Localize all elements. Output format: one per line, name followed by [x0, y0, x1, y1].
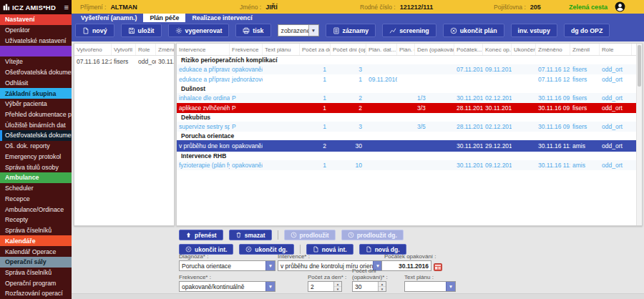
cell-konec-op: [483, 74, 512, 84]
end-icon: [450, 27, 457, 34]
cell-pocet-dni-opa: 1: [331, 74, 366, 84]
inv-vstupy-button[interactable]: inv. vstupy: [511, 24, 557, 37]
sidebar-item-uloziste-binarnich-dat[interactable]: Úložiště binárních dat: [0, 119, 72, 130]
sidebar-item-kalendar-operace[interactable]: Kalendář Operace: [0, 246, 72, 257]
sidebar-item-uzivatelske-nastaveni[interactable]: Uživatelské nastavení: [0, 35, 72, 46]
ulozit-button[interactable]: uložit: [121, 24, 162, 37]
table-row-alert[interactable]: aplikace zvlhčeného O2P123/328.11.201630…: [177, 103, 637, 113]
sidebar-item-operacni-program[interactable]: Operační program: [0, 278, 72, 288]
cell-plan-cas: [397, 160, 415, 170]
table-row[interactable]: edukace a příprava pacient...jednorázově…: [177, 74, 637, 84]
stepper-arrows[interactable]: ▲▼: [333, 282, 341, 291]
cell-pocet-dni-opa: 3: [331, 122, 366, 132]
cell-pocatek: 28.11.2016: [454, 122, 483, 132]
sidebar-item-recepty[interactable]: Recepty: [0, 215, 72, 225]
sidebar-item-osetrovatelska-dokumentace[interactable]: Ošetřovatelská dokumentace: [0, 130, 72, 141]
frequency-select[interactable]: opakovaně/kontinuálně ▼: [179, 281, 275, 292]
sidebar-item-prehled-dokumentace-pacienta[interactable]: Přehled dokumentace pacienta: [0, 109, 72, 120]
view-filter-select[interactable]: zobrazené▼: [278, 24, 319, 36]
horizontal-scrollbar[interactable]: [72, 293, 644, 299]
sidebar-item-osetrovatelska-dokumentace[interactable]: Ošetřovatelská dokumentace: [0, 67, 72, 78]
sidebar-item-sprava-ciselniku[interactable]: Správa číselníků: [0, 225, 72, 236]
table-row[interactable]: edukace a příprava pacient...opakovaně/k…: [177, 64, 637, 74]
column-header-role: Role: [136, 44, 156, 55]
sidebar-item-recepce[interactable]: Recepce: [0, 193, 72, 204]
cell-plan-cas: [397, 140, 415, 152]
dg-do-opz-button[interactable]: dg do OPZ: [564, 24, 610, 37]
sidebar-item-emergency-protokol[interactable]: Emergency protokol: [0, 152, 72, 162]
cell-frekvence: P: [230, 93, 263, 103]
cell-intervence: edukace a příprava pacient...: [177, 74, 230, 84]
cell-pocet-za-den: 1: [300, 103, 331, 113]
cell-ukonceno: [512, 64, 536, 74]
sidebar-item-vyber-pacienta[interactable]: Výběr pacienta: [0, 99, 72, 109]
sidebar-item-ambulance-ordinace[interactable]: Ambulance/Ordinace: [0, 204, 72, 215]
cell-vytvoreno: 07.11.16 12:28: [74, 56, 112, 67]
group-row-riziko-perioperacnich-komplikaci: Riziko perioperačních komplikací: [177, 56, 637, 64]
table-row[interactable]: fyzioterapie (plán fyzioterap...opakovan…: [177, 160, 637, 170]
cell-text-planu: [263, 64, 300, 74]
vertical-scrollbar[interactable]: [636, 44, 642, 225]
cell-text-planu: [263, 103, 300, 113]
cell-zmeneno: 30.11.16 09:57: [536, 103, 570, 113]
smazat-button[interactable]: smazat: [229, 230, 272, 240]
nova-int-button[interactable]: nová int.: [306, 244, 353, 255]
screening-button[interactable]: screening: [382, 24, 436, 37]
user-avatar-icon[interactable]: [615, 1, 625, 12]
sidebar-item-scheduler[interactable]: Scheduler: [0, 183, 72, 194]
sidebar-section-zakladni-skupina: Základní skupina: [0, 88, 72, 99]
cell-pocet-dni-opa: 30: [331, 140, 366, 152]
chevron-down-icon: ▼: [308, 25, 318, 36]
field-label: Jméno :: [240, 4, 261, 11]
sidebar-item-vitejte[interactable]: Vítejte: [0, 57, 72, 67]
per-day-stepper[interactable]: 2 ▲▼: [308, 281, 342, 292]
sidebar-item-sprava-ciselniku[interactable]: Správa číselníků: [0, 268, 72, 278]
zaznamy-button[interactable]: záznamy: [326, 24, 376, 37]
sidebar-item-operator[interactable]: Operátor: [0, 25, 72, 36]
cell-pocatek: 30.11.2016: [454, 160, 483, 170]
cell-zmeneno: 30.11.16 11:12: [536, 160, 570, 170]
plan-text-select[interactable]: ▼: [404, 281, 456, 292]
column-header-role: Role: [600, 44, 632, 55]
button-label: vygenerovat: [185, 27, 223, 34]
prenest-button[interactable]: přenést: [179, 230, 223, 240]
sidebar-item-rozfazovani-operaci[interactable]: Rozfazování operací: [0, 288, 72, 299]
sidebar-item-odhlasit[interactable]: Odhlásit: [0, 77, 72, 88]
tisk-button[interactable]: tisk: [235, 24, 270, 37]
prodlouzit-button: prodloužit: [284, 230, 336, 240]
field-label: Rodné číslo :: [360, 4, 396, 11]
table-row-selected[interactable]: v průběhu dne kontroluj mír...opakovaně/…: [177, 140, 637, 152]
menu-icon[interactable]: ≡: [64, 4, 69, 11]
cell-pocet-za-den: 1: [300, 122, 331, 132]
cell-role: odd_ort: [600, 93, 632, 103]
ukoncit-plan-button[interactable]: ukončit plán: [443, 24, 504, 37]
diagnosis-select[interactable]: Porucha orientace ▼: [179, 260, 275, 271]
interventions-table: IntervenceFrekvenceText plánuPočet za de…: [177, 44, 637, 170]
cell-zmenil: amis: [570, 140, 600, 152]
action-row: přenéstsmazatprodloužitprodloužit dg.: [179, 230, 406, 240]
sidebar-item-os-dok-reporty[interactable]: Oš. dok. reporty: [0, 141, 72, 152]
button-label: dg do OPZ: [571, 27, 602, 34]
tab-vysetreni-anamn[interactable]: Vyšetření (anamn.): [74, 14, 143, 22]
table-row[interactable]: supervize sestry specialistkyP133/528.11…: [177, 122, 637, 132]
button-label: ukončit int.: [195, 246, 227, 253]
tab-realizace-intervenci[interactable]: Realizace intervencí: [185, 14, 258, 22]
table-row[interactable]: 07.11.16 12:28fisersodd_ort30.11.16 11:1: [74, 56, 174, 67]
tab-plan-pece[interactable]: Plán péče: [143, 14, 185, 22]
sidebar-item-sprava-titulu-osoby[interactable]: Správa titulů osoby: [0, 162, 72, 172]
stepper-arrows[interactable]: ▲▼: [378, 282, 386, 291]
per-day-label: Počet za den* :: [308, 275, 346, 281]
table-row[interactable]: inhalace dle ordinace lékařeP121/330.11.…: [177, 93, 637, 103]
days-repeat-stepper[interactable]: 30 ▲▼: [352, 281, 386, 292]
cell-pocet-za-den: 2: [300, 140, 331, 152]
column-header-intervence: Intervence: [177, 44, 230, 55]
column-header-vytvoreno: Vytvořeno: [74, 44, 112, 55]
step-down-icon: ▼: [334, 287, 341, 291]
calendar-icon[interactable]: [434, 261, 442, 270]
column-header-pocet-za-den: Počet za den: [300, 44, 331, 55]
scrollbar-thumb[interactable]: [638, 45, 641, 87]
cell-pocet-za-den: 1: [300, 64, 331, 74]
field-value: ALTMAN: [110, 4, 137, 11]
novy-button[interactable]: nový: [75, 24, 114, 37]
vygenerovat-button[interactable]: vygenerovat: [168, 24, 230, 37]
